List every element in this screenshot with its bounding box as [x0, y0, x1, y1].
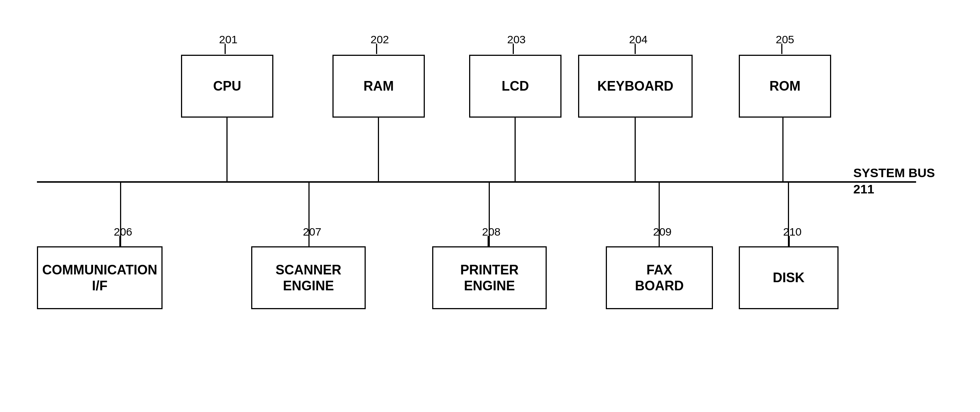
disk-bus-connector — [788, 182, 789, 247]
disk-box: DISK — [739, 246, 838, 309]
rom-bus-connector — [783, 118, 783, 182]
ref-tick-rom — [781, 44, 783, 54]
ref-206: 206 — [114, 225, 132, 238]
system-bus-line — [37, 181, 916, 183]
ram-box: RAM — [332, 55, 425, 118]
ref-205: 205 — [776, 33, 794, 46]
lcd-bus-connector — [515, 118, 515, 182]
cpu-box: CPU — [181, 55, 274, 118]
cpu-bus-connector — [226, 118, 228, 182]
keyboard-bus-connector — [635, 118, 636, 182]
fax-box: FAX BOARD — [606, 246, 713, 309]
ref-202: 202 — [371, 33, 389, 46]
lcd-box: LCD — [469, 55, 562, 118]
ref-210: 210 — [783, 225, 802, 238]
printer-box: PRINTER ENGINE — [432, 246, 547, 309]
keyboard-box: KEYBOARD — [578, 55, 693, 118]
ref-203: 203 — [507, 33, 526, 46]
ref-201: 201 — [219, 33, 237, 46]
ref-tick-keyboard — [635, 44, 636, 54]
ref-tick-ram — [376, 44, 377, 54]
ref-207: 207 — [303, 225, 321, 238]
ref-tick-cpu — [224, 44, 226, 54]
fax-bus-connector — [659, 182, 660, 247]
ref-208: 208 — [482, 225, 501, 238]
scanner-box: SCANNER ENGINE — [251, 246, 366, 309]
ref-209: 209 — [653, 225, 671, 238]
diagram-container: 201 CPU 202 RAM 203 LCD 204 KEYBOARD 205… — [0, 0, 980, 412]
ram-bus-connector — [378, 118, 379, 182]
rom-box: ROM — [739, 55, 831, 118]
comm-bus-connector — [120, 182, 121, 247]
scanner-bus-connector — [309, 182, 310, 247]
printer-bus-connector — [489, 182, 490, 247]
system-bus-label: SYSTEM BUS 211 — [853, 164, 935, 197]
ref-204: 204 — [629, 33, 648, 46]
comm-box: COMMUNICATION I/F — [37, 246, 162, 309]
ref-tick-lcd — [513, 44, 514, 54]
